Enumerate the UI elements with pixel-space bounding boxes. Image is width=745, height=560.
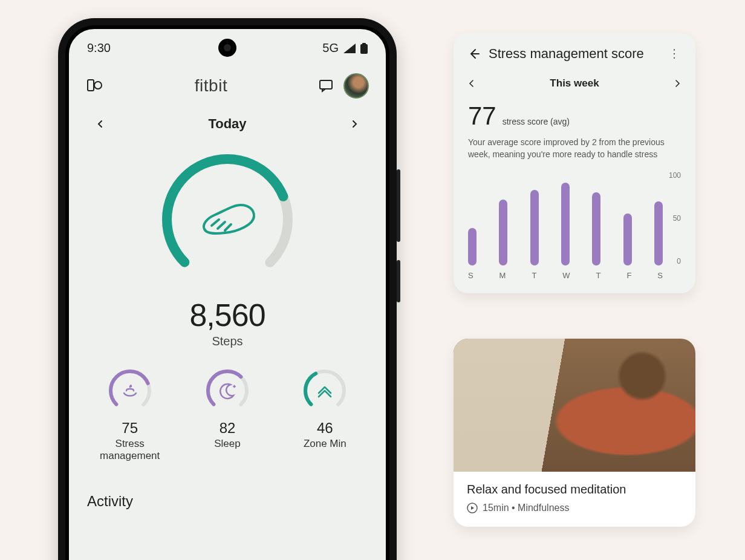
relax-icon bbox=[124, 385, 136, 396]
stress-label: Stress management bbox=[88, 438, 172, 463]
more-icon[interactable]: ⋯ bbox=[668, 48, 682, 60]
zone-value: 46 bbox=[317, 420, 333, 437]
x-tick: T bbox=[596, 271, 601, 280]
chart-y-axis: 100 50 0 bbox=[669, 171, 681, 265]
stress-card: Stress management score ⋯ This week 77 s… bbox=[454, 33, 695, 293]
date-next[interactable] bbox=[346, 116, 363, 132]
network-label: 5G bbox=[322, 41, 339, 55]
chart-x-axis: SMTWTFS bbox=[468, 271, 663, 280]
mini-stats-row: 75 Stress management 82 Sleep bbox=[69, 348, 386, 469]
x-tick: S bbox=[468, 271, 473, 280]
x-tick: T bbox=[532, 271, 536, 280]
date-label: Today bbox=[208, 116, 246, 132]
sleep-value: 82 bbox=[220, 420, 236, 437]
svg-point-7 bbox=[106, 366, 154, 415]
week-navigator: This week bbox=[468, 77, 681, 90]
steps-ring[interactable]: 8,560 Steps bbox=[69, 141, 386, 348]
svg-point-6 bbox=[155, 147, 300, 292]
messages-icon[interactable] bbox=[318, 78, 334, 94]
y-tick-50: 50 bbox=[669, 214, 681, 223]
meditation-image bbox=[454, 339, 695, 472]
sleep-label: Sleep bbox=[214, 438, 240, 450]
x-tick: S bbox=[657, 271, 663, 280]
steps-value: 8,560 bbox=[189, 297, 265, 333]
stress-score: 77 bbox=[468, 102, 496, 131]
camera-notch bbox=[218, 39, 236, 57]
stress-score-label: stress score (avg) bbox=[503, 117, 570, 126]
app-header: fitbit bbox=[69, 61, 386, 111]
svg-rect-0 bbox=[360, 44, 368, 54]
svg-point-3 bbox=[94, 82, 102, 89]
date-prev[interactable] bbox=[92, 116, 109, 132]
devices-icon[interactable] bbox=[86, 77, 104, 95]
signal-icon bbox=[343, 44, 356, 53]
brand-logo: fitbit bbox=[195, 76, 227, 96]
phone-power-button bbox=[397, 260, 400, 302]
meditation-meta: 15min • Mindfulness bbox=[483, 503, 569, 513]
shoe-icon bbox=[204, 205, 254, 233]
stat-zone[interactable]: 46 Zone Min bbox=[282, 366, 367, 463]
svg-rect-1 bbox=[362, 43, 366, 45]
bar-T bbox=[530, 190, 539, 265]
meditation-card[interactable]: Relax and focused meditation 15min • Min… bbox=[454, 339, 695, 527]
x-tick: W bbox=[562, 271, 570, 280]
bar-S bbox=[468, 228, 477, 265]
steps-label: Steps bbox=[212, 334, 242, 348]
stress-description: Your average score improved by 2 from th… bbox=[468, 137, 681, 160]
bar-F bbox=[623, 213, 632, 265]
stress-bar-chart: 100 50 0 SMTWTFS bbox=[468, 171, 681, 280]
week-next[interactable] bbox=[674, 80, 681, 87]
stat-sleep[interactable]: 82 Sleep bbox=[185, 366, 270, 463]
phone-volume-button bbox=[397, 169, 400, 242]
play-icon[interactable] bbox=[467, 503, 478, 513]
svg-point-8 bbox=[106, 366, 154, 415]
bar-S bbox=[654, 201, 663, 265]
section-activity-title: Activity bbox=[69, 469, 386, 510]
status-time: 9:30 bbox=[87, 41, 111, 55]
bar-T bbox=[592, 192, 600, 266]
meditation-title: Relax and focused meditation bbox=[467, 483, 682, 497]
date-navigator: Today bbox=[69, 111, 386, 141]
zone-ring bbox=[301, 366, 349, 415]
stress-ring bbox=[106, 366, 154, 415]
bar-W bbox=[561, 183, 570, 265]
y-tick-0: 0 bbox=[669, 257, 681, 265]
avatar[interactable] bbox=[343, 73, 369, 99]
stress-value: 75 bbox=[122, 420, 138, 437]
battery-icon bbox=[360, 43, 368, 54]
x-tick: M bbox=[499, 271, 506, 280]
svg-point-5 bbox=[155, 147, 300, 292]
svg-point-10 bbox=[203, 366, 252, 415]
x-tick: F bbox=[626, 271, 631, 280]
stress-card-title: Stress management score bbox=[489, 46, 660, 62]
back-icon[interactable] bbox=[468, 48, 480, 60]
week-prev[interactable] bbox=[468, 80, 475, 87]
svg-rect-4 bbox=[320, 80, 332, 89]
moon-icon bbox=[220, 384, 235, 399]
stat-stress[interactable]: 75 Stress management bbox=[88, 366, 172, 463]
bar-M bbox=[499, 200, 507, 265]
sleep-ring bbox=[203, 366, 252, 415]
phone-frame: 9:30 5G fitbit bbox=[58, 18, 397, 560]
svg-rect-2 bbox=[88, 80, 94, 91]
svg-point-9 bbox=[203, 366, 252, 415]
week-label: This week bbox=[550, 77, 599, 90]
phone-screen: 9:30 5G fitbit bbox=[65, 25, 389, 560]
zone-label: Zone Min bbox=[304, 438, 346, 450]
steps-progress-ring bbox=[155, 147, 300, 292]
zone-icon bbox=[319, 387, 331, 397]
y-tick-100: 100 bbox=[669, 171, 681, 180]
